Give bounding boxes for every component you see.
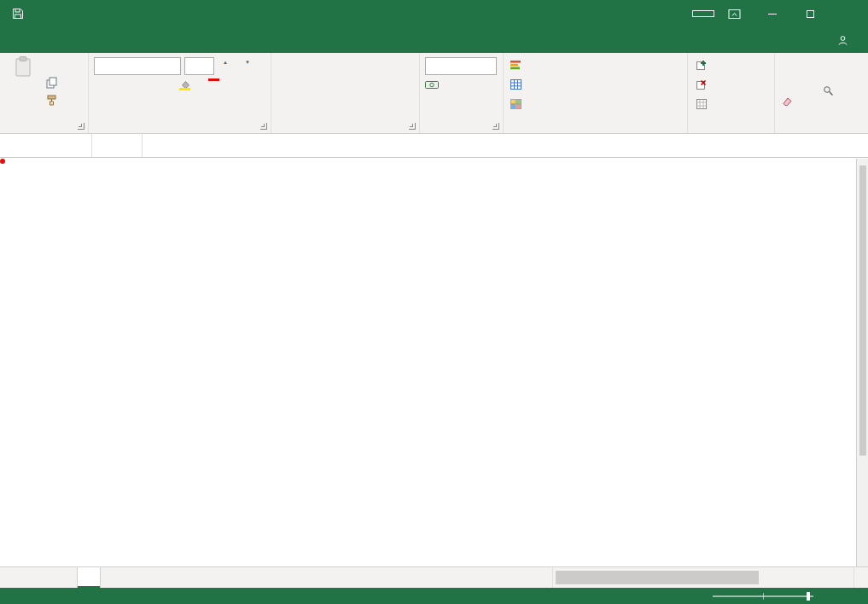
selection-annotation xyxy=(0,159,5,164)
sign-in-button[interactable] xyxy=(692,10,714,17)
formula-bar-buttons xyxy=(92,134,143,157)
grow-font-button[interactable]: ▲ xyxy=(220,60,228,65)
number-dialog-launcher-icon[interactable] xyxy=(492,123,499,130)
excel-window: ▲ ▼ xyxy=(0,0,868,604)
vertical-scrollbar[interactable] xyxy=(856,159,868,566)
font-name-combo[interactable] xyxy=(94,57,181,75)
zoom-slider-thumb[interactable] xyxy=(807,592,810,601)
title-bar xyxy=(0,0,868,27)
conditional-formatting-button[interactable] xyxy=(510,60,527,70)
cells-group xyxy=(688,53,775,133)
styles-group xyxy=(504,53,688,133)
format-cells-icon xyxy=(696,99,707,109)
shrink-font-button[interactable]: ▼ xyxy=(242,60,250,65)
font-color-button[interactable] xyxy=(208,79,222,81)
formula-input[interactable] xyxy=(143,134,851,157)
number-group xyxy=(420,53,504,133)
add-sheet-icon[interactable] xyxy=(101,567,126,588)
paste-icon xyxy=(15,55,32,78)
number-format-combo[interactable] xyxy=(425,57,497,75)
grid-area xyxy=(0,159,856,566)
zoom-slider[interactable] xyxy=(713,595,813,597)
horizontal-scrollbar[interactable] xyxy=(539,567,868,588)
ribbon-display-options-button[interactable] xyxy=(728,9,741,20)
paste-button[interactable] xyxy=(5,55,41,79)
name-box[interactable] xyxy=(0,134,92,157)
delete-cells-icon xyxy=(696,79,707,90)
zoom-control xyxy=(705,595,868,597)
delete-cells-button[interactable] xyxy=(696,79,712,90)
cell-styles-button[interactable] xyxy=(510,99,527,109)
sheet-nav-right-icon[interactable] xyxy=(15,567,31,588)
sheet-tab[interactable] xyxy=(77,567,101,588)
hscroll-left-icon[interactable] xyxy=(539,567,552,588)
fill-color-button[interactable] xyxy=(179,80,193,90)
title-bar-right xyxy=(692,0,868,27)
format-as-table-icon xyxy=(510,79,521,90)
clipboard-group xyxy=(0,53,89,133)
font-size-combo[interactable] xyxy=(184,57,214,75)
magnifier-icon xyxy=(823,85,834,96)
minimize-button[interactable] xyxy=(753,0,791,27)
cell-styles-icon xyxy=(510,99,521,109)
ribbon: ▲ ▼ xyxy=(0,53,868,134)
copy-button[interactable] xyxy=(46,77,60,89)
banknote-icon xyxy=(425,80,439,90)
person-icon xyxy=(837,35,848,46)
quick-access-toolbar xyxy=(0,3,94,24)
horizontal-scroll-thumb[interactable] xyxy=(556,571,759,584)
format-painter-icon xyxy=(46,95,57,106)
hscroll-right-icon[interactable] xyxy=(854,567,868,588)
save-icon xyxy=(12,8,24,20)
alignment-group xyxy=(271,53,420,133)
format-as-table-button[interactable] xyxy=(510,79,527,90)
ribbon-display-options-icon xyxy=(728,9,741,20)
font-dialog-launcher-icon[interactable] xyxy=(260,123,267,130)
undo-button[interactable] xyxy=(31,3,50,24)
alignment-dialog-launcher-icon[interactable] xyxy=(409,123,416,130)
copy-icon xyxy=(46,77,57,89)
formula-bar xyxy=(0,134,868,158)
eraser-icon xyxy=(782,96,793,106)
redo-button[interactable] xyxy=(53,3,72,24)
customize-qat-button[interactable] xyxy=(75,3,94,24)
editing-group xyxy=(775,53,868,133)
ribbon-tab-bar xyxy=(0,27,868,53)
font-color-icon xyxy=(208,79,219,81)
conditional-formatting-icon xyxy=(510,60,521,70)
fill-color-icon xyxy=(179,80,190,90)
close-button[interactable] xyxy=(830,0,868,27)
format-painter-button[interactable] xyxy=(46,95,57,106)
status-bar xyxy=(0,588,868,604)
sheet-tab-bar xyxy=(0,566,868,588)
share-button[interactable] xyxy=(824,27,868,53)
clear-button[interactable] xyxy=(782,96,795,106)
sheet-nav-left-icon[interactable] xyxy=(0,567,15,588)
insert-cells-button[interactable] xyxy=(696,60,712,70)
formula-bar-expand-icon[interactable] xyxy=(851,134,868,157)
format-cells-button[interactable] xyxy=(696,99,712,109)
minimize-icon xyxy=(768,14,777,15)
vertical-scroll-thumb[interactable] xyxy=(859,166,866,456)
maximize-button[interactable] xyxy=(791,0,830,27)
save-button[interactable] xyxy=(9,3,27,24)
accounting-format-button[interactable] xyxy=(425,80,441,90)
maximize-icon xyxy=(807,10,814,18)
find-select-button[interactable] xyxy=(823,85,836,96)
insert-cells-icon xyxy=(696,60,707,70)
font-group: ▲ ▼ xyxy=(89,53,271,133)
clipboard-dialog-launcher-icon[interactable] xyxy=(78,123,84,130)
